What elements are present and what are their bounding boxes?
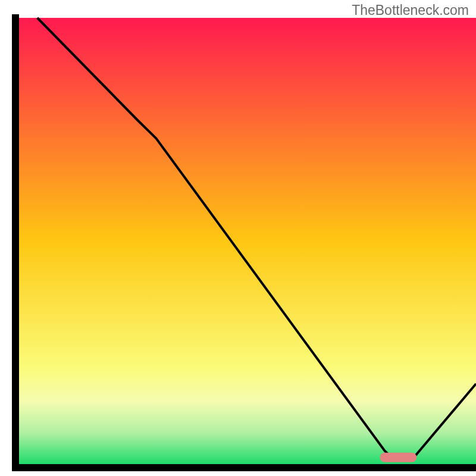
chart-svg bbox=[0, 0, 476, 476]
optimal-marker bbox=[380, 453, 416, 462]
plot-background bbox=[19, 18, 476, 464]
attribution-text: TheBottleneck.com bbox=[352, 2, 469, 18]
chart-container: TheBottleneck.com bbox=[0, 0, 476, 476]
